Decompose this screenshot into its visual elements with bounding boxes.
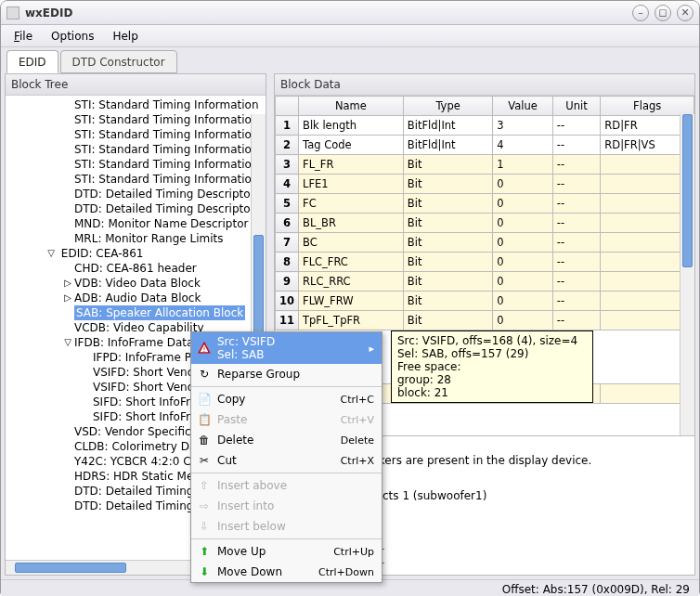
tree-item[interactable]: DTD: Detailed Timing Descriptor [6,201,266,216]
grid-vscrollbar[interactable] [680,114,694,435]
table-row: 8FLC_FRCBit0-- [276,253,694,272]
tree-item[interactable]: STI: Standard Timing Information [6,127,266,142]
tree-item[interactable]: STI: Standard Timing Information [6,97,266,112]
ctx-paste: 📋PasteCtrl+V [191,409,382,430]
table-row: 9RLC_RRCBit0-- [276,272,694,292]
block-tree-title: Block Tree [6,74,266,96]
titlebar[interactable]: wxEDID – ◻ ✕ [1,1,699,25]
window-title: wxEDID [25,6,72,19]
copy-icon: 📄 [197,392,212,407]
table-row: 1Blk lengthBitFld|Int3--RD|FR [276,116,694,136]
move-up-icon: ⬆ [197,544,212,559]
refresh-icon: ↻ [197,367,212,382]
svg-text:!: ! [202,345,205,354]
ctx-insert-into: ⇨Insert into [191,496,382,516]
table-row: 5FCBit0-- [276,194,694,214]
move-down-icon: ⬇ [197,564,212,579]
cut-icon: ✂ [197,453,212,468]
tree-item[interactable]: ▽ EDID: CEA-861 [6,246,266,261]
tree-item-selected[interactable]: SAB: Speaker Allocation Block [6,305,266,320]
table-row: 2Tag CodeBitFld|Int4--RD|FR|VS [276,136,694,155]
tab-dtd-constructor[interactable]: DTD Constructor [60,50,177,73]
context-menu: ! Src: VSIFDSel: SAB ▸ ↻Reparse Group 📄C… [190,331,382,583]
table-row: 3FL_FRBit1-- [276,155,694,175]
maximize-button[interactable]: ◻ [655,5,671,21]
ctx-insert-above: ⇧Insert above [191,475,382,496]
status-text: Offset: Abs:157 (0x009D), Rel: 29 [502,583,690,596]
chevron-right-icon[interactable]: ▷ [61,276,74,291]
tree-item[interactable]: ▷ADB: Audio Data Block [6,291,266,305]
chevron-down-icon[interactable]: ▽ [45,246,58,261]
minimize-button[interactable]: – [632,5,649,21]
arrow-down-icon: ⇩ [197,519,212,534]
ctx-header[interactable]: ! Src: VSIFDSel: SAB ▸ [191,332,382,364]
tree-item[interactable]: CHD: CEA-861 header [6,261,266,276]
ctx-copy[interactable]: 📄CopyCtrl+C [191,389,382,409]
ctx-cut[interactable]: ✂CutCtrl+X [191,450,382,471]
warning-icon: ! [197,341,212,356]
paste-icon: 📋 [197,412,212,427]
tree-item[interactable]: STI: Standard Timing Information [6,157,266,172]
menu-options[interactable]: Options [42,28,103,45]
menu-help[interactable]: Help [103,28,147,45]
ctx-delete[interactable]: 🗑DeleteDelete [191,430,382,450]
ctx-insert-below: ⇩Insert below [191,516,382,537]
table-row: 11TpFL_TpFRBit0-- [276,311,694,330]
tree-item[interactable]: DTD: Detailed Timing Descriptor [6,187,266,201]
table-row: 6BL_BRBit0-- [276,214,694,233]
menu-file[interactable]: File [5,28,42,45]
tab-bar: EDID DTD Constructor [1,47,699,73]
tree-item[interactable]: STI: Standard Timing Information [6,112,266,127]
submenu-arrow-icon: ▸ [369,343,374,355]
arrow-up-icon: ⇧ [197,478,212,493]
tree-item[interactable]: MRL: Monitor Range Limits [6,231,266,246]
tooltip: Src: VSIFD, offs=168 (4), size=4 Sel: SA… [391,330,593,403]
tree-item[interactable]: ▷VDB: Video Data Block [6,276,266,291]
tab-edid[interactable]: EDID [6,50,58,73]
ctx-reparse[interactable]: ↻Reparse Group [191,364,382,384]
tree-item[interactable]: MND: Monitor Name Descriptor [6,216,266,231]
chevron-right-icon[interactable]: ▷ [61,291,74,305]
menubar: File Options Help [1,25,699,47]
ctx-move-down[interactable]: ⬇Move DownCtrl+Down [191,562,382,582]
chevron-down-icon[interactable]: ▽ [61,335,74,350]
close-button[interactable]: ✕ [677,5,694,21]
tree-item[interactable]: STI: Standard Timing Information [6,172,266,187]
app-icon [6,6,19,19]
table-row: 4LFE1Bit0-- [276,175,694,194]
ctx-move-up[interactable]: ⬆Move UpCtrl+Up [191,541,382,562]
grid-header: Name Type Value Unit Flags [276,97,694,116]
delete-icon: 🗑 [197,433,212,447]
tree-item[interactable]: STI: Standard Timing Information [6,142,266,157]
table-row: 10FLW_FRWBit0-- [276,292,694,311]
table-row: 7BCBit0-- [276,233,694,253]
block-data-title: Block Data [275,74,694,96]
arrow-right-icon: ⇨ [197,499,212,513]
